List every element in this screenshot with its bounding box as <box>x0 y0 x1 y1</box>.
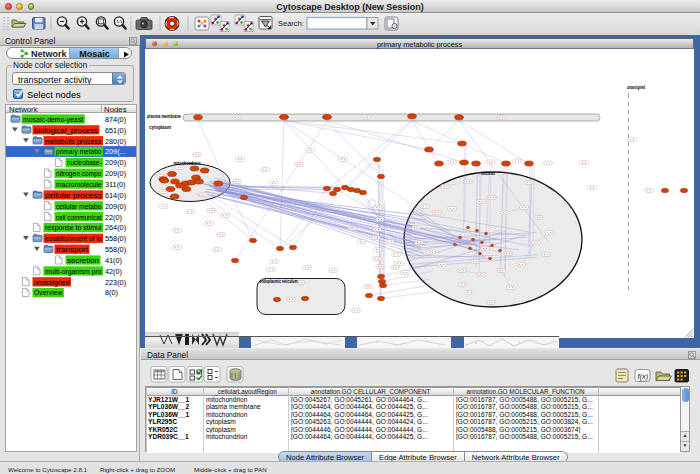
svg-text:transport: transport <box>56 245 89 254</box>
svg-text:cellular process: cellular process <box>45 190 102 199</box>
svg-text:614(0): 614(0) <box>105 190 126 199</box>
svg-text:209(0): 209(0) <box>105 169 126 178</box>
svg-text:plasma membrane: plasma membrane <box>147 113 181 118</box>
svg-text:biological_process: biological_process <box>34 125 98 134</box>
svg-text:secretion: secretion <box>67 255 99 264</box>
svg-text:unassigned: unassigned <box>34 277 70 286</box>
svg-text:response to stimul: response to stimul <box>45 223 102 232</box>
svg-text:651(0): 651(0) <box>105 125 126 134</box>
svg-text:multi-organism pro: multi-organism pro <box>45 266 102 275</box>
svg-text:223(0): 223(0) <box>105 277 126 286</box>
svg-text:macromolecule: macromolecule <box>56 179 102 188</box>
svg-text:209(0): 209(0) <box>105 158 126 167</box>
svg-text:311(0): 311(0) <box>105 179 126 188</box>
svg-text:f(x): f(x) <box>638 372 649 381</box>
svg-text:209(...: 209(... <box>105 147 126 156</box>
svg-text:unassigned: unassigned <box>627 83 645 89</box>
svg-text:endoplasmic reticulum: endoplasmic reticulum <box>260 278 298 283</box>
svg-text:Overview: Overview <box>34 288 63 297</box>
svg-text:establishment of lo: establishment of lo <box>45 234 102 243</box>
svg-text:8(0): 8(0) <box>105 288 118 297</box>
svg-text:nucleobase-: nucleobase- <box>67 158 102 167</box>
svg-text:22(0): 22(0) <box>105 212 122 221</box>
svg-text:41(0): 41(0) <box>105 255 122 264</box>
svg-text:874(0): 874(0) <box>105 114 126 123</box>
svg-text:558(0): 558(0) <box>105 245 126 254</box>
svg-text:42(0): 42(0) <box>105 266 122 275</box>
svg-text:mitochondrion: mitochondrion <box>174 160 201 165</box>
svg-text:mosaic-demo-yeast: mosaic-demo-yeast <box>23 114 84 123</box>
svg-text:cytoplasm: cytoplasm <box>149 124 171 129</box>
svg-text:cell communicat: cell communicat <box>56 212 102 221</box>
svg-text:metabolic process: metabolic process <box>45 136 102 145</box>
svg-text:cellular metabo: cellular metabo <box>56 201 102 210</box>
svg-text:nucleus: nucleus <box>481 170 495 175</box>
svg-text:280(0): 280(0) <box>105 136 126 145</box>
svg-text:Search:: Search: <box>278 19 304 28</box>
svg-text:264(0): 264(0) <box>105 223 126 232</box>
svg-text:209(0): 209(0) <box>105 201 126 210</box>
svg-text:primary metabo: primary metabo <box>56 147 102 156</box>
svg-text:558(0): 558(0) <box>105 234 126 243</box>
svg-text:1:1: 1:1 <box>116 19 123 24</box>
svg-text:nitrogen compo: nitrogen compo <box>56 169 102 178</box>
